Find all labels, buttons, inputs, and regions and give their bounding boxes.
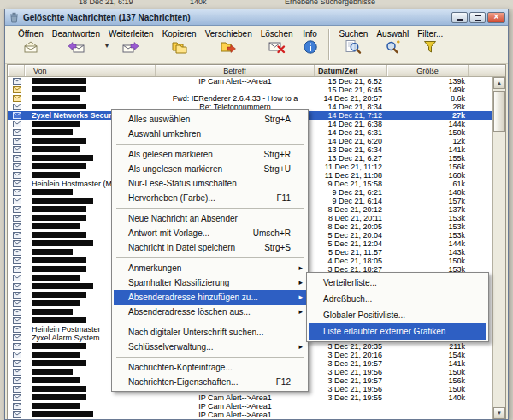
date-cell: 15 Dec 21, 6:52 [315,77,387,86]
context-menu-item-18[interactable]: Schlüsselverwaltung...▸ [114,340,306,354]
context-menu-item-17[interactable]: Nach digitaler Unterschrift suchen... [114,325,306,340]
context-menu-item-3[interactable]: Als gelesen markierenStrg+R [114,147,306,162]
toolbar-button-select[interactable]: Auswahl [372,28,413,56]
column-header-filler [469,65,505,76]
move-icon [220,39,237,55]
message-row[interactable]: 15 Dec 21, 6:45149k [8,86,492,94]
sender-cell [25,77,156,86]
context-menu-item-9[interactable]: Antwort mit Vorlage...Umsch+R [114,226,306,240]
size-cell: 150k [387,257,469,265]
context-menu-item-4[interactable]: Als ungelesen markierenStrg+U [114,162,306,176]
redacted-sender [32,172,80,178]
size-cell: 153k [387,222,469,231]
column-header-datum[interactable]: Datum/Zeit [315,65,387,76]
size-cell: 150k [387,128,469,137]
mail-icon [8,103,25,111]
toolbar-button-copy[interactable]: Kopieren [158,28,201,56]
submenu-item-3[interactable]: Liste erlaubter externer Grafiken [309,323,486,340]
submenu-item-1[interactable]: Adreßbuch... [309,291,486,307]
menu-item-label: Adreßbuch... [323,291,372,307]
redacted-sender [32,266,86,272]
close-button[interactable]: × [487,12,505,23]
toolbar-button-label: Suchen [339,29,369,38]
column-header-icon[interactable] [8,65,25,76]
context-menu-item-6[interactable]: Hervorheben (Farbe)...F11 [114,191,306,205]
context-menu-item-8[interactable]: Neue Nachricht an Absender [114,211,306,226]
menu-shortcut: Strg+A [254,112,291,127]
message-row[interactable]: Fwd: IERenderer 2.6.4.33 - How to a14 De… [8,94,492,103]
size-cell: 211k [387,342,469,351]
redacted-sender [32,403,80,409]
size-cell [387,402,469,411]
column-header-betreff[interactable]: Betreff [156,65,315,76]
submenu-item-0[interactable]: Verteilerliste... [309,275,486,291]
titlebar[interactable]: Gelöschte Nachrichten (137 Nachrichten) … [5,9,508,26]
date-cell: 9 Dec 21, 6:21 [315,188,387,197]
toolbar-button-filter[interactable]: Filter... [413,28,447,56]
size-cell: 155k [387,154,469,163]
maximize-button[interactable] [469,12,486,23]
redacted-sender [32,275,80,281]
context-menu-item-12[interactable]: Anmerkungen▸ [114,261,306,275]
context-menu-item-0[interactable]: Alles auswählenStrg+A [114,112,306,127]
message-row[interactable]: IP Cam Alert-->Area1 [8,402,492,411]
mail-icon [8,171,25,180]
scrollbar-thumb[interactable] [493,91,505,132]
message-row[interactable]: IP Cam Alert-->Area13 Dec 21, 19:55140k [8,393,492,402]
info-icon [302,39,319,55]
toolbar-button-search[interactable]: Suchen [335,28,373,56]
toolbar-button-open[interactable]: Öffnen [14,28,48,56]
context-menu-item-15[interactable]: Absenderadresse löschen aus...▸ [114,305,306,319]
toolbar-button-move[interactable]: Verschieben [201,28,256,56]
menu-item-label: Liste erlaubter externer Grafiken [323,323,445,340]
size-cell: 144k [387,240,469,248]
background-partial-size: 140k [190,0,207,6]
scroll-down-icon[interactable]: ▼ [493,407,505,419]
context-menu-item-5[interactable]: Nur-Lese-Status umschalten [114,176,306,191]
redacted-sender [32,352,80,358]
context-menu-item-1[interactable]: Auswahl umkehren [114,127,306,141]
context-menu-item-13[interactable]: Spamhalter Klassifizierung▸ [114,275,306,290]
toolbar-button-reply[interactable]: Beantworten▾ [48,28,104,56]
date-cell: 5 Dec 21, 12:04 [315,240,387,248]
redacted-sender [32,386,86,392]
column-header-von[interactable]: Von [25,65,156,76]
context-menu-item-21[interactable]: Nachrichten-Eigenschaften...F12 [114,375,306,389]
context-menu-item-14[interactable]: Absenderadresse hinzufügen zu...▸ [114,290,306,305]
mail-icon [8,316,25,325]
redacted-sender [32,240,93,246]
context-menu-item-20[interactable]: Nachrichten-Kopfeinträge... [114,360,306,375]
toolbar-button-info[interactable]: Info [298,28,323,56]
size-cell: 28k [387,103,469,111]
size-cell: 144k [387,120,469,128]
toolbar: ÖffnenBeantworten▾WeiterleitenKopierenVe… [5,26,508,64]
mail-icon [8,197,25,205]
vertical-scrollbar[interactable]: ▲ ▼ [492,77,505,419]
sender-cell [25,402,156,411]
size-cell: 160k [387,171,469,180]
minimize-icon [457,19,463,21]
size-cell: 156k [387,163,469,171]
toolbar-button-forward[interactable]: Weiterleiten [104,28,158,56]
message-row[interactable]: IP Cam Alert-->Area1 [8,411,492,419]
sender-cell [25,411,156,419]
message-row[interactable]: IP Cam Alert-->Area115 Dec 21, 6:52139k [8,77,492,86]
scroll-up-icon[interactable]: ▲ [493,77,505,89]
minimize-button[interactable] [451,12,468,23]
toolbar-button-label: Verschieben [205,29,252,38]
mail-icon [8,393,25,402]
toolbar-button-delete[interactable]: Löschen [256,28,298,56]
mail-icon [8,411,25,419]
submenu-arrow-icon: ▸ [298,275,303,290]
list-header: Von Betreff Datum/Zeit Größe [8,65,505,77]
mail-icon [8,334,25,342]
redacted-sender [32,309,73,315]
mail-icon [8,257,25,265]
menu-item-label: Spamhalter Klassifizierung [128,275,229,290]
menu-item-label: Neue Nachricht an Absender [128,211,238,226]
context-menu-item-10[interactable]: Nachricht in Datei speichernStrg+S [114,240,306,255]
column-header-groesse[interactable]: Größe [387,65,469,76]
submenu-item-2[interactable]: Globaler Positivliste... [309,307,486,323]
date-cell: 9 Dec 21, 15:58 [315,180,387,188]
size-cell: 140k [387,393,469,402]
